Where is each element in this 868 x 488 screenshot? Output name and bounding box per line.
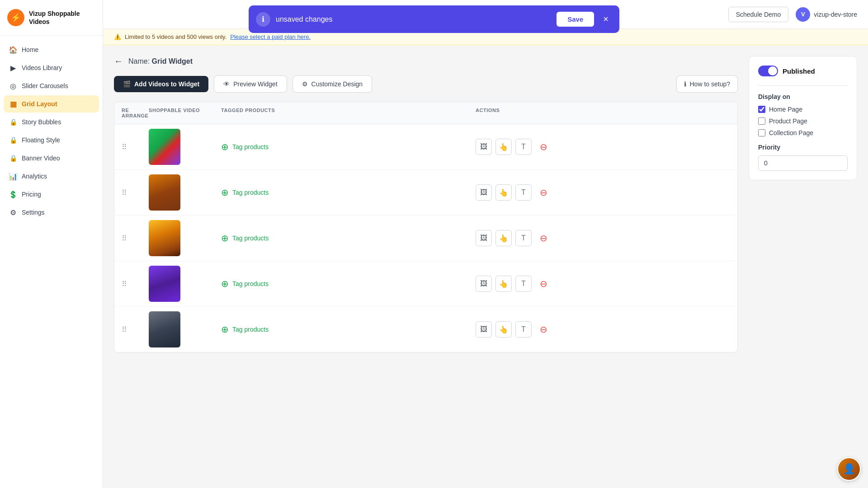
lock-icon: 🔒: [9, 154, 17, 162]
info-icon: ℹ: [684, 80, 686, 88]
store-avatar: V: [796, 7, 810, 22]
remove-button[interactable]: ⊖: [535, 230, 552, 246]
warning-icon: ⚠️: [114, 33, 121, 40]
text-action-button[interactable]: T: [515, 230, 532, 246]
back-button[interactable]: ←: [114, 56, 123, 66]
text-action-button[interactable]: T: [515, 184, 532, 201]
drag-handle[interactable]: ⠿: [122, 325, 149, 334]
collection-page-row: Collection Page: [758, 129, 848, 136]
sidebar-item-label: Pricing: [22, 191, 41, 198]
sidebar-item-banner-video[interactable]: 🔒 Banner Video: [4, 150, 99, 167]
home-page-checkbox[interactable]: [758, 106, 765, 113]
tag-products-cell: ⊕ Tag products: [221, 233, 476, 244]
home-page-row: Home Page: [758, 106, 848, 113]
logo-icon: ⚡: [7, 9, 24, 26]
row-actions: 🖼 👆 T ⊖: [476, 139, 730, 155]
add-videos-icon: 🎬: [123, 80, 131, 88]
save-button[interactable]: Save: [557, 12, 594, 27]
col-rearrange: RE ARRANGE: [122, 108, 149, 118]
tag-products-button[interactable]: ⊕ Tag products: [221, 278, 269, 289]
col-tagged-products: TAGGED PRODUCTS: [221, 108, 476, 118]
sidebar-item-label: Analytics: [22, 173, 47, 180]
left-panel: ← Name: Grid Widget 🎬 Add Videos to Widg…: [114, 56, 738, 477]
cursor-action-button[interactable]: 👆: [495, 321, 512, 338]
table-row: ⠿ ⊕ Tag products 🖼 👆 T ⊖: [114, 124, 737, 170]
close-banner-button[interactable]: ×: [599, 12, 612, 26]
text-action-button[interactable]: T: [515, 139, 532, 155]
collection-page-checkbox[interactable]: [758, 129, 765, 136]
sidebar-item-videos-library[interactable]: ▶ Videos Library: [4, 59, 99, 76]
preview-widget-button[interactable]: 👁 Preview Widget: [214, 75, 287, 93]
sidebar-item-story-bubbles[interactable]: 🔒 Story Bubbles: [4, 113, 99, 131]
add-videos-button[interactable]: 🎬 Add Videos to Widget: [114, 76, 208, 92]
image-action-button[interactable]: 🖼: [476, 276, 492, 292]
text-action-button[interactable]: T: [515, 321, 532, 338]
drag-handle[interactable]: ⠿: [122, 280, 149, 288]
sidebar-nav: 🏠 Home ▶ Videos Library ◎ Slider Carouse…: [0, 36, 103, 488]
sidebar-item-pricing[interactable]: 💲 Pricing: [4, 186, 99, 203]
image-action-button[interactable]: 🖼: [476, 184, 492, 201]
sidebar-item-label: Grid Layout: [22, 100, 57, 108]
tag-products-button[interactable]: ⊕ Tag products: [221, 324, 269, 335]
warning-text: Limited to 5 videos and 500 views only.: [125, 33, 226, 40]
tag-products-button[interactable]: ⊕ Tag products: [221, 141, 269, 152]
table-row: ⠿ ⊕ Tag products 🖼 👆 T ⊖: [114, 307, 737, 352]
product-page-checkbox[interactable]: [758, 117, 765, 125]
tag-products-button[interactable]: ⊕ Tag products: [221, 233, 269, 244]
sidebar-item-slider-carousels[interactable]: ◎ Slider Carousels: [4, 77, 99, 94]
sidebar-item-label: Floating Style: [22, 136, 60, 144]
sidebar-item-settings[interactable]: ⚙ Settings: [4, 204, 99, 221]
priority-input[interactable]: [758, 155, 848, 171]
tag-products-cell: ⊕ Tag products: [221, 324, 476, 335]
toggle-knob: [768, 66, 777, 75]
tag-products-button[interactable]: ⊕ Tag products: [221, 187, 269, 198]
text-action-button[interactable]: T: [515, 276, 532, 292]
drag-handle[interactable]: ⠿: [122, 234, 149, 243]
info-icon: ℹ: [256, 12, 270, 27]
row-actions: 🖼 👆 T ⊖: [476, 184, 730, 201]
plus-circle-icon: ⊕: [221, 324, 229, 335]
remove-button[interactable]: ⊖: [535, 276, 552, 292]
cursor-action-button[interactable]: 👆: [495, 276, 512, 292]
user-avatar[interactable]: 👤: [837, 457, 861, 481]
table-row: ⠿ ⊕ Tag products 🖼 👆 T ⊖: [114, 170, 737, 216]
right-panel: Published Display on Home Page Product P…: [749, 56, 857, 477]
sidebar-item-analytics[interactable]: 📊 Analytics: [4, 168, 99, 185]
upgrade-link[interactable]: Please select a paid plan here.: [230, 33, 311, 40]
sidebar-item-floating-style[interactable]: 🔒 Floating Style: [4, 131, 99, 149]
drag-handle[interactable]: ⠿: [122, 143, 149, 151]
published-row: Published: [758, 66, 848, 76]
sidebar-item-grid-layout[interactable]: ▦ Grid Layout: [4, 95, 99, 113]
remove-button[interactable]: ⊖: [535, 139, 552, 155]
video-thumbnail: [149, 266, 180, 302]
sidebar-item-label: Home: [22, 46, 38, 53]
customize-design-button[interactable]: ⚙ Customize Design: [292, 75, 373, 93]
table-header: RE ARRANGE SHOPPABLE VIDEO TAGGED PRODUC…: [114, 102, 737, 124]
drag-handle[interactable]: ⠿: [122, 188, 149, 197]
image-action-button[interactable]: 🖼: [476, 321, 492, 338]
content-area: ← Name: Grid Widget 🎬 Add Videos to Widg…: [103, 45, 868, 488]
col-actions: ACTIONS: [476, 108, 730, 118]
action-buttons: 🎬 Add Videos to Widget 👁 Preview Widget …: [114, 75, 738, 93]
tag-products-cell: ⊕ Tag products: [221, 141, 476, 152]
preview-icon: 👁: [223, 80, 230, 88]
product-page-row: Product Page: [758, 117, 848, 125]
unsaved-changes-banner: ℹ unsaved changes Save ×: [249, 5, 619, 33]
how-to-setup-button[interactable]: ℹ How to setup?: [676, 75, 738, 93]
sidebar-item-home[interactable]: 🏠 Home: [4, 41, 99, 58]
settings-icon: ⚙: [9, 208, 17, 216]
schedule-demo-button[interactable]: Schedule Demo: [728, 7, 789, 22]
cursor-action-button[interactable]: 👆: [495, 139, 512, 155]
cursor-action-button[interactable]: 👆: [495, 230, 512, 246]
sidebar: ⚡ Vizup Shoppable Videos 🏠 Home ▶ Videos…: [0, 0, 103, 488]
image-action-button[interactable]: 🖼: [476, 139, 492, 155]
row-actions: 🖼 👆 T ⊖: [476, 230, 730, 246]
cursor-action-button[interactable]: 👆: [495, 184, 512, 201]
remove-button[interactable]: ⊖: [535, 184, 552, 201]
image-action-button[interactable]: 🖼: [476, 230, 492, 246]
remove-button[interactable]: ⊖: [535, 321, 552, 338]
plus-circle-icon: ⊕: [221, 278, 229, 289]
published-toggle[interactable]: [758, 66, 778, 76]
sidebar-item-label: Slider Carousels: [22, 82, 68, 89]
customize-icon: ⚙: [302, 80, 308, 88]
